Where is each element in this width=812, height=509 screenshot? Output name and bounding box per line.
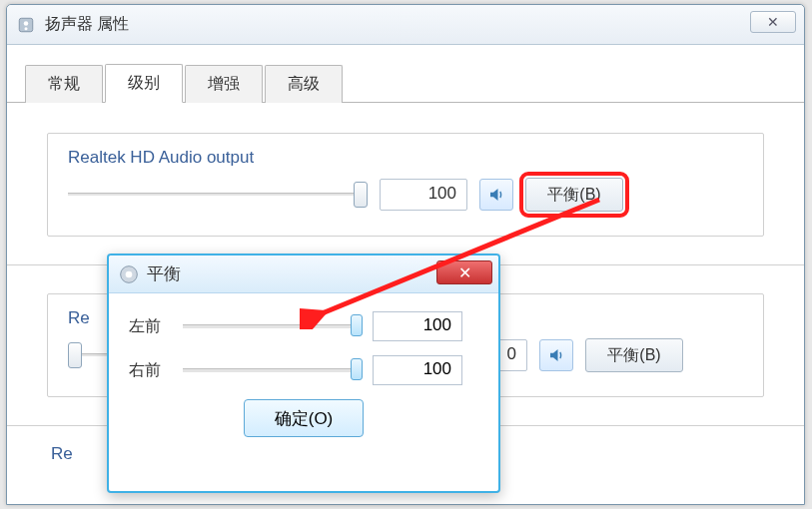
mute-button[interactable]	[479, 179, 513, 211]
slider-track-bar	[68, 193, 368, 197]
mute-button[interactable]	[539, 339, 573, 371]
balance-dialog: 平衡 ✕ 左前 100 右前 100 确定(O)	[107, 254, 500, 493]
balance-close-button[interactable]: ✕	[436, 260, 492, 284]
channel-slider[interactable]	[183, 314, 363, 338]
group-label: Realtek HD Audio output	[68, 148, 743, 168]
channel-value[interactable]: 100	[373, 311, 462, 341]
volume-value[interactable]: 100	[380, 179, 467, 211]
level-row: 100 平衡(B)	[68, 178, 743, 212]
slider-thumb[interactable]	[351, 314, 363, 336]
balance-dialog-title: 平衡	[147, 262, 181, 285]
ok-button[interactable]: 确定(O)	[244, 399, 364, 437]
svg-point-1	[24, 21, 29, 26]
output-group-0: Realtek HD Audio output 100 平衡(B)	[47, 133, 764, 237]
balance-button[interactable]: 平衡(B)	[525, 178, 623, 212]
tab-levels[interactable]: 级别	[105, 64, 183, 103]
slider-thumb[interactable]	[68, 342, 82, 368]
volume-slider[interactable]	[68, 182, 368, 208]
tab-advanced[interactable]: 高级	[265, 65, 343, 103]
balance-dialog-icon	[119, 264, 139, 284]
tab-general[interactable]: 常规	[25, 65, 103, 103]
close-icon: ✕	[767, 14, 779, 30]
svg-point-4	[126, 270, 133, 277]
speaker-icon	[547, 346, 565, 364]
speaker-icon	[487, 186, 505, 204]
balance-body: 左前 100 右前 100 确定(O)	[109, 293, 498, 447]
tab-strip: 常规 级别 增强 高级	[7, 63, 804, 103]
slider-thumb[interactable]	[354, 182, 368, 208]
channel-value[interactable]: 100	[373, 355, 462, 385]
tab-enhancements[interactable]: 增强	[185, 65, 263, 103]
slider-thumb[interactable]	[351, 358, 363, 380]
close-icon: ✕	[458, 263, 471, 282]
balance-row-left: 左前 100	[129, 311, 478, 341]
slider-track-bar	[183, 368, 363, 372]
channel-slider[interactable]	[183, 358, 363, 382]
balance-title-bar: 平衡 ✕	[109, 255, 498, 293]
balance-row-right: 右前 100	[129, 355, 478, 385]
channel-label: 右前	[129, 360, 173, 381]
svg-point-2	[25, 27, 28, 30]
window-title: 扬声器 属性	[45, 14, 129, 35]
title-bar: 扬声器 属性 ✕	[7, 5, 804, 45]
channel-label: 左前	[129, 316, 173, 337]
slider-track-bar	[183, 324, 363, 328]
speaker-window-icon	[17, 16, 35, 34]
close-button[interactable]: ✕	[750, 11, 796, 33]
balance-button[interactable]: 平衡(B)	[585, 338, 683, 372]
